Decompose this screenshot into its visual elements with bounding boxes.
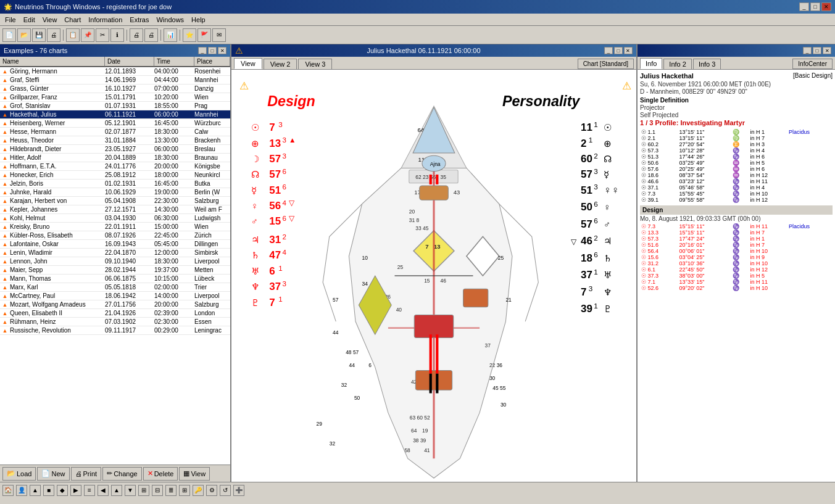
menu-chart[interactable]: Chart xyxy=(60,15,85,25)
menu-edit[interactable]: Edit xyxy=(20,15,39,25)
list-item[interactable]: ▲ Lafontaine, Oskar 16.09.1943 05:45:00 … xyxy=(0,240,230,249)
col-header-date[interactable]: Date xyxy=(105,57,154,67)
col-header-name[interactable]: Name xyxy=(0,57,105,67)
tb-copy[interactable]: 📋 xyxy=(66,28,80,42)
status-icon-14[interactable]: ⊞ xyxy=(179,485,190,496)
status-icon-6[interactable]: ▶ xyxy=(70,485,81,496)
tab-info2[interactable]: Info 2 xyxy=(663,59,692,69)
menu-windows[interactable]: Windows xyxy=(152,15,188,25)
status-icon-5[interactable]: ◆ xyxy=(57,485,68,496)
list-item[interactable]: ▲ Hoffmann, E.T.A. 24.01.1776 20:00:00 K… xyxy=(0,162,230,171)
col-header-place[interactable]: Place xyxy=(194,57,230,67)
status-icon-12[interactable]: ⊟ xyxy=(152,485,163,496)
status-icon-10[interactable]: ▼ xyxy=(125,485,136,496)
list-minimize-btn[interactable]: _ xyxy=(198,47,207,54)
chart-list[interactable]: ▲ Göring, Hermann 12.01.1893 04:00:00 Ro… xyxy=(0,67,230,465)
list-item[interactable]: ▲ Göring, Hermann 12.01.1893 04:00:00 Ro… xyxy=(0,67,230,76)
info-center-button[interactable]: InfoCenter xyxy=(792,59,833,69)
close-button[interactable]: ✕ xyxy=(821,2,831,11)
tb-cut[interactable]: ✂ xyxy=(96,28,109,42)
status-icon-7[interactable]: ≡ xyxy=(84,485,95,496)
status-icon-9[interactable]: ▲ xyxy=(111,485,122,496)
list-item[interactable]: ▲ Hitler, Adolf 20.04.1889 18:30:00 Brau… xyxy=(0,154,230,162)
list-item[interactable]: ▲ Kohl, Helmut 03.04.1930 06:30:00 Ludwi… xyxy=(0,214,230,223)
list-item[interactable]: ▲ Kreisky, Bruno 22.01.1911 15:00:00 Wie… xyxy=(0,223,230,231)
chart-minimize-btn[interactable]: _ xyxy=(604,47,613,54)
tab-view3[interactable]: View 3 xyxy=(298,59,332,69)
list-item[interactable]: ▲ Juhnke, Harald 10.06.1929 19:00:00 Ber… xyxy=(0,188,230,197)
tb-print[interactable]: 🖨 xyxy=(47,28,60,42)
list-item[interactable]: ▲ Heuss, Theodor 31.01.1884 13:30:00 Bra… xyxy=(0,136,230,145)
list-item[interactable]: ▲ Queen, Elisabeth II 21.04.1926 02:39:0… xyxy=(0,309,230,318)
status-icon-1[interactable]: 🏠 xyxy=(2,485,14,496)
info-minimize-btn[interactable]: _ xyxy=(803,47,812,54)
menu-help[interactable]: Help xyxy=(188,15,209,25)
list-item[interactable]: ▲ Mann, Thomas 06.06.1875 10:15:00 Lübec… xyxy=(0,275,230,283)
status-icon-18[interactable]: ➕ xyxy=(233,485,244,496)
status-icon-17[interactable]: ↺ xyxy=(220,485,231,496)
list-item[interactable]: ▲ Kübler-Ross, Elisabeth 08.07.1926 22:4… xyxy=(0,231,230,240)
list-item[interactable]: ▲ Jelzin, Boris 01.02.1931 16:45:00 Butk… xyxy=(0,180,230,188)
menu-file[interactable]: File xyxy=(1,15,20,25)
status-icon-3[interactable]: ▲ xyxy=(30,485,41,496)
status-icon-8[interactable]: ◀ xyxy=(98,485,109,496)
status-icon-15[interactable]: 🔑 xyxy=(193,485,204,496)
tb-star[interactable]: ⭐ xyxy=(183,28,196,42)
tb-new[interactable]: 📄 xyxy=(2,28,16,42)
list-item[interactable]: ▲ Hesse, Hermann 02.07.1877 18:30:00 Cal… xyxy=(0,128,230,136)
view-list-button[interactable]: ▦ View xyxy=(179,467,210,481)
tb-flag[interactable]: 🚩 xyxy=(197,28,211,42)
tb-mail[interactable]: ✉ xyxy=(212,28,226,42)
menu-view[interactable]: View xyxy=(39,15,61,25)
list-item[interactable]: ▲ Lennon, John 09.10.1940 18:30:00 Liver… xyxy=(0,257,230,266)
list-item[interactable]: ▲ Hildebrandt, Dieter 23.05.1927 06:00:0… xyxy=(0,145,230,154)
tb-print2[interactable]: 🖨 xyxy=(130,28,143,42)
list-item[interactable]: ▲ Grillparzer, Franz 15.01.1791 10:20:00… xyxy=(0,93,230,102)
list-item[interactable]: ▲ Grof, Stanislav 01.07.1931 18:55:00 Pr… xyxy=(0,102,230,110)
chart-close-btn[interactable]: ✕ xyxy=(624,47,633,54)
list-item[interactable]: ▲ McCartney, Paul 18.06.1942 14:00:00 Li… xyxy=(0,292,230,300)
load-button[interactable]: 📂 Load xyxy=(2,467,36,481)
tab-view2[interactable]: View 2 xyxy=(264,59,297,69)
list-item[interactable]: ▲ Maier, Sepp 28.02.1944 19:37:00 Metten xyxy=(0,266,230,275)
minimize-button[interactable]: _ xyxy=(799,2,809,11)
chart-maximize-btn[interactable]: □ xyxy=(614,47,623,54)
print-button[interactable]: 🖨 Print xyxy=(71,467,102,481)
list-item[interactable]: ▲ Honecker, Erich 25.08.1912 18:00:00 Ne… xyxy=(0,171,230,180)
tab-info1[interactable]: Info xyxy=(640,58,662,69)
status-icon-4[interactable]: ■ xyxy=(43,485,54,496)
list-item[interactable]: ▲ Grass, Günter 16.10.1927 07:00:00 Danz… xyxy=(0,85,230,93)
tb-save[interactable]: 💾 xyxy=(32,28,46,42)
info-close-btn[interactable]: ✕ xyxy=(823,47,831,54)
list-item[interactable]: ▲ Lenin, Wladimir 22.04.1870 12:00:00 Si… xyxy=(0,249,230,257)
maximize-button[interactable]: □ xyxy=(810,2,820,11)
status-icon-16[interactable]: ⚙ xyxy=(206,485,217,496)
delete-button[interactable]: ✕ Delete xyxy=(143,467,178,481)
tb-open[interactable]: 📂 xyxy=(17,28,31,42)
list-item[interactable]: ▲ Rühmann, Heinz 07.03.1902 02:30:00 Ess… xyxy=(0,318,230,326)
chart-standard-button[interactable]: Chart [Standard] xyxy=(578,59,634,69)
change-button[interactable]: ✏ Change xyxy=(102,467,142,481)
menu-extras[interactable]: Extras xyxy=(126,15,152,25)
tb-print3[interactable]: 🖨 xyxy=(144,28,158,42)
list-item[interactable]: ▲ Hackethal, Julius 06.11.1921 06:00:00 … xyxy=(0,110,230,119)
tb-chart[interactable]: 📊 xyxy=(164,28,177,42)
tb-paste[interactable]: 📌 xyxy=(81,28,94,42)
col-header-time[interactable]: Time xyxy=(154,57,194,67)
list-item[interactable]: ▲ Karajan, Herbert von 05.04.1908 22:30:… xyxy=(0,197,230,205)
list-close-btn[interactable]: ✕ xyxy=(218,47,226,54)
list-item[interactable]: ▲ Graf, Steffi 14.06.1969 04:44:00 Mannh… xyxy=(0,76,230,85)
tab-info3[interactable]: Info 3 xyxy=(693,59,721,69)
list-item[interactable]: ▲ Mozart, Wolfgang Amadeus 27.01.1756 20… xyxy=(0,300,230,309)
list-item[interactable]: ▲ Marx, Karl 05.05.1818 02:00:00 Trier xyxy=(0,283,230,292)
list-maximize-btn[interactable]: □ xyxy=(208,47,217,54)
list-item[interactable]: ▲ Heisenberg, Werner 05.12.1901 16:45:00… xyxy=(0,119,230,128)
menu-information[interactable]: Information xyxy=(85,15,126,25)
new-button[interactable]: 📄 New xyxy=(37,467,69,481)
status-icon-11[interactable]: ⊞ xyxy=(138,485,149,496)
list-item[interactable]: ▲ Russische, Revolution 09.11.1917 00:29… xyxy=(0,326,230,335)
info-maximize-btn[interactable]: □ xyxy=(813,47,821,54)
status-icon-2[interactable]: 👤 xyxy=(16,485,27,496)
tab-view1[interactable]: View xyxy=(234,58,262,69)
status-icon-13[interactable]: ≣ xyxy=(165,485,177,496)
